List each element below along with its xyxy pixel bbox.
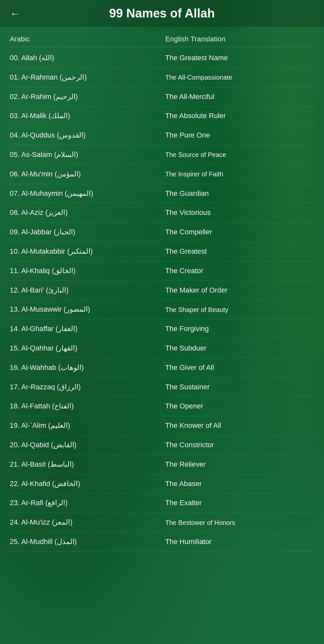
english-translation: The Giver of All	[159, 363, 314, 373]
back-button[interactable]: ←	[10, 8, 20, 19]
table-row[interactable]: 07. Al-Muhaymin (المهيمن)The Guardian	[10, 184, 314, 204]
english-translation: The Opener	[159, 401, 314, 411]
column-headers: Arabic English Translation	[10, 30, 314, 47]
table-row[interactable]: 03. Al-Malik (الملك)The Absolute Ruler	[10, 106, 314, 126]
english-translation: The All-Merciful	[159, 92, 314, 102]
english-translation: The Creator	[159, 266, 314, 276]
table-row[interactable]: 09. Al-Jabbar (الجبار)The Compeller	[10, 223, 314, 242]
english-translation: The Inspirer of Faith	[159, 170, 314, 179]
table-row[interactable]: 00. Allah (الله)The Greatest Name	[10, 49, 314, 68]
table-row[interactable]: 13. Al-Musawwir (المصور)The Shaper of Be…	[10, 300, 314, 319]
english-translation: The Source of Peace	[159, 150, 314, 159]
arabic-name: 15. Al-Qahhar (القهار)	[10, 343, 159, 353]
table-row[interactable]: 05. As-Salam (السلام)The Source of Peace	[10, 145, 314, 165]
english-translation: The Reliever	[159, 460, 314, 470]
arabic-name: 17. Ar-Razzaq (الرزاق)	[10, 382, 159, 392]
arabic-name: 12. Al-Bari' (البارئ)	[10, 285, 159, 295]
english-column-header: English Translation	[159, 35, 314, 43]
arabic-name: 24. Al-Mu'izz (المعز)	[10, 517, 159, 527]
english-translation: The Bestower of Honors	[159, 518, 314, 527]
arabic-name: 22. Al-Khafid (الخافض)	[10, 479, 159, 489]
table-row[interactable]: 12. Al-Bari' (البارئ)The Maker of Order	[10, 281, 314, 300]
arabic-name: 08. Al-Aziz (العزيز)	[10, 208, 159, 218]
arabic-name: 02. Ar-Rahim (الرحيم)	[10, 92, 159, 102]
english-translation: The Guardian	[159, 189, 314, 199]
arabic-name: 04. Al-Quddus (القدوس)	[10, 130, 159, 140]
english-translation: The Shaper of Beauty	[159, 305, 314, 314]
arabic-name: 10. Al-Mutakabbir (المتكبر)	[10, 247, 159, 257]
arabic-name: 20. Al-Qabid (القابض)	[10, 440, 159, 450]
table-row[interactable]: 25. Al-Mudhill (المذل)The Humiliator	[10, 532, 314, 552]
english-translation: The Subduer	[159, 343, 314, 353]
arabic-column-header: Arabic	[10, 35, 159, 43]
table-row[interactable]: 22. Al-Khafid (الخافض)The Abaser	[10, 474, 314, 494]
english-translation: The Compeller	[159, 227, 314, 237]
table-row[interactable]: 16. Al-Wahhab (الوهاب)The Giver of All	[10, 358, 314, 378]
arabic-name: 00. Allah (الله)	[10, 53, 159, 63]
arabic-name: 16. Al-Wahhab (الوهاب)	[10, 363, 159, 373]
table-row[interactable]: 08. Al-Aziz (العزيز)The Victorious	[10, 203, 314, 223]
english-translation: The All-Compassionate	[159, 73, 314, 82]
arabic-name: 07. Al-Muhaymin (المهيمن)	[10, 189, 159, 199]
table-row[interactable]: 14. Al-Ghaffar (الغفار)The Forgiving	[10, 319, 314, 339]
english-translation: The Knower of All	[159, 421, 314, 431]
arabic-name: 13. Al-Musawwir (المصور)	[10, 305, 159, 315]
table-row[interactable]: 20. Al-Qabid (القابض)The Constrictor	[10, 436, 314, 455]
arabic-name: 25. Al-Mudhill (المذل)	[10, 537, 159, 547]
english-translation: The Pure One	[159, 130, 314, 140]
names-list: 00. Allah (الله)The Greatest Name01. Ar-…	[10, 49, 314, 552]
english-translation: The Maker of Order	[159, 285, 314, 295]
main-content: Arabic English Translation 00. Allah (ال…	[0, 27, 324, 561]
app-header: ← 99 Names of Allah	[0, 0, 324, 27]
english-translation: The Constrictor	[159, 440, 314, 450]
english-translation: The Absolute Ruler	[159, 111, 314, 121]
table-row[interactable]: 01. Ar-Rahman (الرحمن)The All-Compassion…	[10, 68, 314, 87]
english-translation: The Victorious	[159, 208, 314, 218]
english-translation: The Forgiving	[159, 324, 314, 334]
english-translation: The Exalter	[159, 498, 314, 508]
table-row[interactable]: 19. Al-`Alim (العليم)The Knower of All	[10, 416, 314, 436]
arabic-name: 09. Al-Jabbar (الجبار)	[10, 227, 159, 237]
table-row[interactable]: 23. Ar-Rafi (الرافع)The Exalter	[10, 494, 314, 513]
table-row[interactable]: 02. Ar-Rahim (الرحيم)The All-Merciful	[10, 87, 314, 107]
arabic-name: 23. Ar-Rafi (الرافع)	[10, 498, 159, 508]
arabic-name: 05. As-Salam (السلام)	[10, 150, 159, 160]
english-translation: The Greatest	[159, 247, 314, 257]
arabic-name: 06. Al-Mu'min (المؤمن)	[10, 169, 159, 179]
arabic-name: 03. Al-Malik (الملك)	[10, 111, 159, 121]
table-row[interactable]: 18. Al-Fattah (الفتاح)The Opener	[10, 397, 314, 416]
table-row[interactable]: 24. Al-Mu'izz (المعز)The Bestower of Hon…	[10, 513, 314, 532]
table-row[interactable]: 06. Al-Mu'min (المؤمن)The Inspirer of Fa…	[10, 165, 314, 184]
arabic-name: 11. Al-Khaliq (الخالق)	[10, 266, 159, 276]
table-row[interactable]: 10. Al-Mutakabbir (المتكبر)The Greatest	[10, 242, 314, 261]
page-title: 99 Names of Allah	[27, 6, 297, 20]
table-row[interactable]: 04. Al-Quddus (القدوس)The Pure One	[10, 126, 314, 145]
arabic-name: 18. Al-Fattah (الفتاح)	[10, 401, 159, 411]
english-translation: The Greatest Name	[159, 53, 314, 63]
table-row[interactable]: 21. Al-Basit (الباسط)The Reliever	[10, 455, 314, 474]
arabic-name: 19. Al-`Alim (العليم)	[10, 421, 159, 431]
table-row[interactable]: 17. Ar-Razzaq (الرزاق)The Sustainer	[10, 378, 314, 397]
table-row[interactable]: 11. Al-Khaliq (الخالق)The Creator	[10, 261, 314, 281]
arabic-name: 14. Al-Ghaffar (الغفار)	[10, 324, 159, 334]
english-translation: The Sustainer	[159, 382, 314, 392]
arabic-name: 21. Al-Basit (الباسط)	[10, 460, 159, 470]
arabic-name: 01. Ar-Rahman (الرحمن)	[10, 72, 159, 83]
english-translation: The Humiliator	[159, 537, 314, 547]
table-row[interactable]: 15. Al-Qahhar (القهار)The Subduer	[10, 339, 314, 358]
english-translation: The Abaser	[159, 479, 314, 489]
